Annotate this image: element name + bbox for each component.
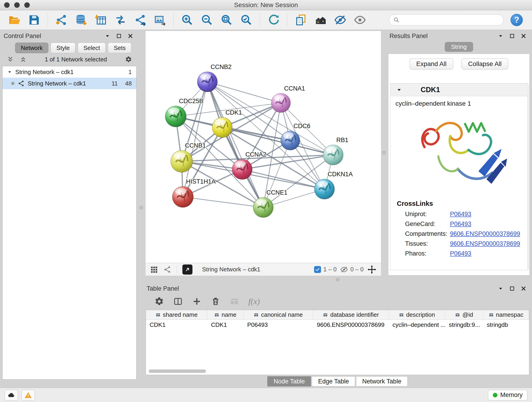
open-session-button[interactable]	[6, 12, 23, 28]
panel-menu-caret-icon[interactable]	[498, 33, 504, 39]
tab-string[interactable]: String	[445, 42, 473, 52]
network-view-canvas[interactable]: CCNB2CCNA1CDC25BCDK1CDC6RB1CCNB1CCNA2CDK…	[145, 31, 381, 263]
memory-button[interactable]: Memory	[488, 390, 527, 400]
panel-float-icon[interactable]	[509, 286, 515, 292]
column-header--id[interactable]: @id	[445, 310, 483, 319]
network-graph[interactable]: CCNB2CCNA1CDC25BCDK1CDC6RB1CCNB1CCNA2CDK…	[146, 31, 381, 263]
edge-CCNA2-CDKN1A[interactable]	[242, 169, 324, 189]
panel-menu-caret-icon[interactable]	[104, 33, 110, 39]
panel-menu-caret-icon[interactable]	[498, 286, 504, 292]
crosslink-link[interactable]: 9606.ENSP00000378699	[450, 230, 520, 237]
help-button[interactable]: ?	[510, 14, 523, 26]
hide-selected-button[interactable]	[332, 12, 349, 28]
crosslink-link[interactable]: P06493	[450, 250, 471, 257]
copy-document-button[interactable]	[292, 12, 309, 28]
export-image-button[interactable]	[152, 12, 168, 28]
close-window-button[interactable]	[4, 2, 10, 8]
column-header-shared-name[interactable]: shared name	[146, 310, 207, 319]
import-network-file-button[interactable]	[53, 12, 70, 28]
network-row[interactable]: String Network – cdk1 11 48	[2, 78, 136, 89]
left-splitter-handle[interactable]	[139, 206, 143, 210]
column-header-database-identifier[interactable]: database identifier	[313, 310, 389, 319]
add-column-icon[interactable]	[192, 297, 202, 306]
crosslink-link[interactable]: P06493	[450, 220, 471, 228]
search-input[interactable]	[402, 17, 499, 24]
tab-network[interactable]: Network	[15, 43, 48, 53]
function-builder-button[interactable]: f(x)	[248, 297, 260, 306]
cloud-status-button[interactable]	[5, 390, 18, 400]
column-header-canonical-name[interactable]: canonical name	[244, 310, 313, 319]
table-cell[interactable]: cyclin–dependent ...	[389, 320, 445, 330]
edge-CCNB2-CCNA1[interactable]	[207, 82, 281, 103]
collapse-all-networks-icon[interactable]	[20, 56, 27, 63]
tab-network-table[interactable]: Network Table	[356, 376, 408, 386]
gene-section-header[interactable]: CDK1	[390, 83, 527, 96]
show-all-networks-button[interactable]	[312, 12, 329, 28]
network-options-gear-icon[interactable]	[125, 56, 132, 63]
right-splitter-handle[interactable]	[382, 151, 386, 154]
panel-float-icon[interactable]	[509, 33, 515, 39]
column-header-name[interactable]: name	[207, 310, 244, 319]
zoom-fit-button[interactable]	[218, 12, 235, 28]
show-selected-button[interactable]	[351, 12, 368, 28]
tab-node-table[interactable]: Node Table	[267, 376, 311, 386]
import-network-database-button[interactable]	[73, 12, 89, 28]
table-cell[interactable]: P06493	[244, 320, 313, 330]
node-CCNA1[interactable]: CCNA1	[271, 85, 305, 113]
node-CCNB1[interactable]: CCNB1	[171, 142, 206, 172]
network-birdseye-icon[interactable]	[163, 266, 171, 274]
grid-view-icon[interactable]	[150, 266, 158, 274]
tab-select[interactable]: Select	[78, 43, 106, 53]
results-scrollbar[interactable]	[527, 84, 529, 270]
zoom-selected-button[interactable]	[238, 12, 255, 28]
expand-all-networks-icon[interactable]	[7, 56, 14, 63]
pan-move-icon[interactable]	[367, 265, 376, 274]
zoom-out-button[interactable]	[198, 12, 215, 28]
zoom-in-button[interactable]	[179, 12, 196, 28]
network-collection-row[interactable]: String Network – cdk1 1	[2, 66, 136, 78]
edge-HIST1H1A-CCNE1[interactable]	[183, 197, 263, 207]
export-network-button[interactable]	[132, 12, 149, 28]
table-settings-gear-icon[interactable]	[154, 297, 164, 306]
minimize-window-button[interactable]	[14, 2, 20, 8]
show-columns-icon[interactable]	[173, 297, 183, 306]
table-horizontal-scrollbar[interactable]	[149, 370, 206, 373]
crosslink-link[interactable]: 9606.ENSP00000378699	[450, 240, 520, 247]
section-collapse-caret-icon[interactable]	[396, 87, 402, 93]
table-cell[interactable]: CDK1	[207, 320, 244, 330]
panel-close-icon[interactable]	[520, 286, 526, 292]
collapse-all-button[interactable]: Collapse All	[462, 58, 508, 70]
save-session-button[interactable]	[26, 12, 43, 28]
new-network-button[interactable]	[112, 12, 129, 28]
bottom-splitter-handle[interactable]	[336, 278, 340, 281]
tree-expand-caret-icon[interactable]	[7, 70, 12, 75]
global-search[interactable]	[389, 14, 504, 26]
panel-close-icon[interactable]	[127, 33, 133, 39]
node-RB1[interactable]: RB1	[323, 137, 348, 165]
node-CDK1[interactable]: CDK1	[212, 109, 242, 138]
expand-all-button[interactable]: Expand All	[410, 58, 453, 70]
tab-edge-table[interactable]: Edge Table	[312, 376, 355, 386]
table-cell[interactable]: stringdb:9...	[445, 320, 483, 330]
panel-float-icon[interactable]	[116, 33, 122, 39]
edge-CCNB2-CCNB1[interactable]	[182, 82, 207, 161]
apply-layout-button[interactable]	[265, 12, 282, 28]
tab-sets[interactable]: Sets	[108, 43, 131, 53]
node-CDKN1A[interactable]: CDKN1A	[314, 171, 353, 199]
node-HIST1H1A[interactable]: HIST1H1A	[172, 178, 215, 207]
export-view-button[interactable]	[182, 264, 192, 274]
table-cell[interactable]: 9606.ENSP00000378699	[313, 320, 389, 330]
edge-CCNB2-CCNE1[interactable]	[207, 82, 263, 207]
table-cell[interactable]: stringdb	[483, 320, 529, 330]
column-header-description[interactable]: description	[389, 310, 445, 319]
column-header-namespac[interactable]: namespac	[483, 310, 529, 319]
table-cell[interactable]: CDK1	[146, 320, 207, 330]
node-table[interactable]: shared namenamecanonical namedatabase id…	[146, 310, 529, 375]
selected-checkbox-icon[interactable]	[314, 266, 321, 273]
crosslink-link[interactable]: P06493	[450, 211, 471, 218]
tab-style[interactable]: Style	[51, 43, 75, 53]
table-row[interactable]: CDK1CDK1P064939606.ENSP00000378699cyclin…	[146, 320, 529, 330]
maximize-window-button[interactable]	[24, 2, 30, 8]
panel-close-icon[interactable]	[520, 33, 526, 39]
import-table-button[interactable]	[92, 12, 109, 28]
